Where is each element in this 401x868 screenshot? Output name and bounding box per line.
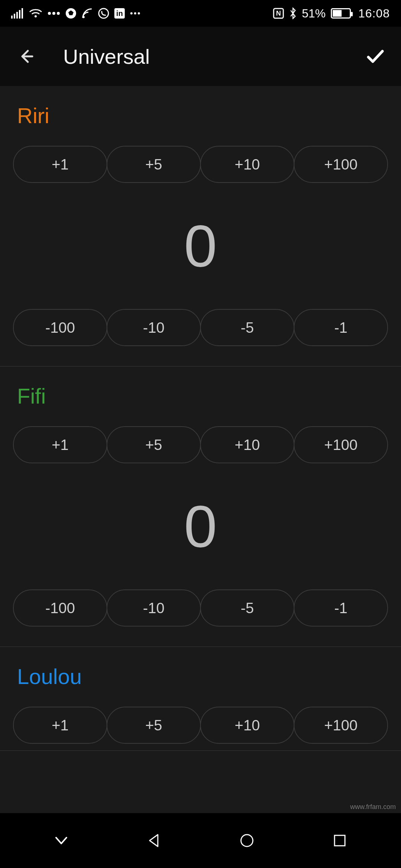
svg-text:in: in (116, 9, 123, 17)
svg-rect-1 (14, 14, 15, 19)
plus-5-button[interactable]: +5 (107, 426, 201, 463)
svg-point-8 (57, 12, 60, 15)
arrow-left-icon (17, 47, 35, 66)
plus-100-button[interactable]: +100 (294, 146, 388, 183)
minus-10-button[interactable]: -10 (107, 589, 201, 627)
score-value: 0 (0, 470, 401, 583)
wifi-icon (29, 8, 42, 19)
player-block: Riri +1 +5 +10 +100 0 -100 -10 -5 -1 (0, 86, 401, 366)
chevron-down-icon (52, 832, 70, 849)
plus-row: +1 +5 +10 +100 (0, 139, 401, 190)
system-nav-bar (0, 813, 401, 868)
nav-back-button[interactable] (141, 827, 167, 854)
svg-rect-0 (11, 16, 13, 19)
more-dots-icon (48, 11, 60, 15)
svg-rect-4 (22, 8, 23, 19)
overflow-dots-icon (130, 11, 140, 15)
nfc-icon: N (273, 8, 284, 19)
signal-icon (11, 8, 24, 19)
circle-icon (238, 832, 256, 849)
svg-point-15 (130, 12, 133, 14)
page-title: Universal (63, 45, 364, 69)
minus-1-button[interactable]: -1 (294, 589, 388, 627)
svg-point-16 (134, 12, 136, 14)
square-icon (332, 832, 348, 849)
minus-100-button[interactable]: -100 (13, 309, 107, 346)
plus-10-button[interactable]: +10 (200, 146, 294, 183)
clock: 16:08 (358, 7, 390, 20)
content-area: Riri +1 +5 +10 +100 0 -100 -10 -5 -1 Fif… (0, 86, 401, 813)
check-icon (365, 46, 385, 67)
plus-5-button[interactable]: +5 (107, 707, 201, 744)
plus-1-button[interactable]: +1 (13, 426, 107, 463)
svg-point-6 (48, 12, 51, 15)
confirm-button[interactable] (364, 45, 386, 68)
player-name: Fifi (0, 380, 401, 420)
minus-10-button[interactable]: -10 (107, 309, 201, 346)
status-left: in (11, 8, 140, 19)
svg-rect-3 (19, 10, 20, 19)
plus-1-button[interactable]: +1 (13, 707, 107, 744)
svg-point-7 (52, 12, 55, 15)
battery-percent: 51% (302, 7, 326, 20)
svg-text:N: N (276, 10, 281, 17)
minus-1-button[interactable]: -1 (294, 309, 388, 346)
player-block: Loulou +1 +5 +10 +100 (0, 647, 401, 751)
ime-toggle-button[interactable] (48, 827, 75, 854)
status-bar: in N 51% 16:08 (0, 0, 401, 27)
minus-row: -100 -10 -5 -1 (0, 302, 401, 353)
plus-10-button[interactable]: +10 (200, 426, 294, 463)
minus-100-button[interactable]: -100 (13, 589, 107, 627)
player-name: Riri (0, 99, 401, 139)
minus-5-button[interactable]: -5 (200, 589, 294, 627)
whatsapp-icon (98, 8, 109, 19)
svg-point-20 (241, 835, 253, 846)
svg-point-5 (35, 15, 37, 17)
soccer-icon (65, 8, 76, 19)
score-value: 0 (0, 190, 401, 302)
minus-row: -100 -10 -5 -1 (0, 583, 401, 633)
plus-100-button[interactable]: +100 (294, 426, 388, 463)
linkedin-icon: in (114, 8, 125, 19)
watermark: www.frfam.com (350, 803, 396, 811)
nav-recent-button[interactable] (326, 827, 353, 854)
player-block: Fifi +1 +5 +10 +100 0 -100 -10 -5 -1 (0, 366, 401, 647)
plus-row: +1 +5 +10 +100 (0, 420, 401, 470)
app-bar: Universal (0, 27, 401, 86)
plus-5-button[interactable]: +5 (107, 146, 201, 183)
triangle-left-icon (145, 832, 163, 849)
battery-icon (331, 8, 351, 19)
bluetooth-icon (289, 7, 297, 19)
svg-point-11 (82, 16, 85, 18)
svg-rect-2 (16, 12, 18, 19)
svg-point-12 (99, 9, 108, 18)
plus-1-button[interactable]: +1 (13, 146, 107, 183)
player-name: Loulou (0, 660, 401, 700)
nav-home-button[interactable] (234, 827, 260, 854)
plus-10-button[interactable]: +10 (200, 707, 294, 744)
status-right: N 51% 16:08 (273, 7, 390, 20)
back-button[interactable] (15, 45, 37, 68)
minus-5-button[interactable]: -5 (200, 309, 294, 346)
cast-icon (82, 8, 93, 19)
plus-100-button[interactable]: +100 (294, 707, 388, 744)
svg-rect-21 (335, 835, 345, 846)
svg-point-17 (138, 12, 140, 14)
plus-row: +1 +5 +10 +100 (0, 700, 401, 750)
